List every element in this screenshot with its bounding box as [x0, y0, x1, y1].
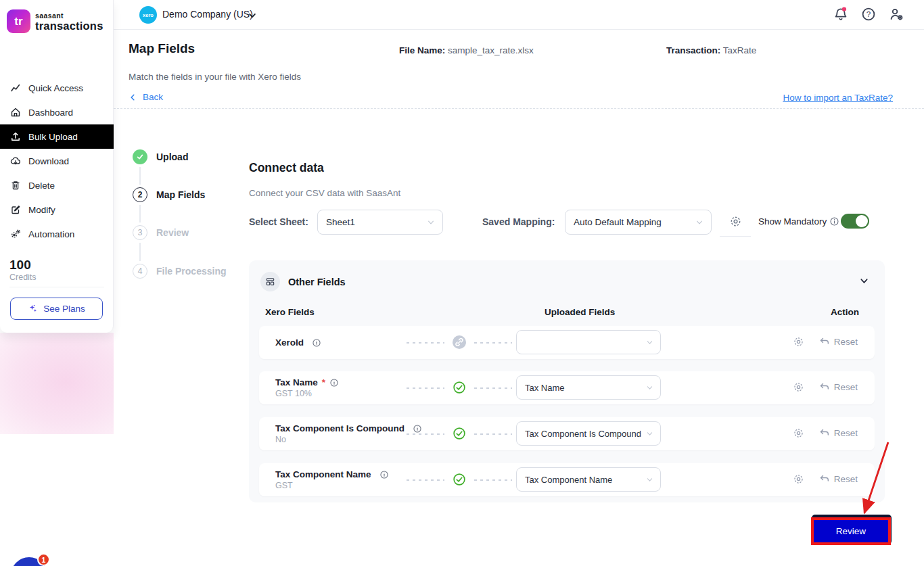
gears-icon: [10, 229, 21, 239]
sidebar-item-label: Dashboard: [28, 108, 73, 118]
info-icon[interactable]: [312, 338, 321, 348]
mapping-settings-gear-icon[interactable]: [729, 215, 742, 228]
xero-logo-icon[interactable]: xero: [139, 6, 157, 24]
connector-dashes: [407, 387, 444, 389]
row-settings-gear-icon[interactable]: [793, 381, 804, 393]
step-label: Review: [156, 227, 189, 238]
sidebar-item-label: Bulk Upload: [28, 132, 78, 142]
notifications-bell-icon[interactable]: [833, 7, 848, 22]
info-icon[interactable]: [413, 424, 422, 433]
see-plans-button[interactable]: See Plans: [10, 298, 103, 320]
step-review[interactable]: 3 Review: [133, 225, 189, 240]
toggle-knob: [856, 215, 868, 227]
saved-mapping-dropdown[interactable]: Auto Default Mapping: [565, 210, 712, 235]
step-number: 3: [133, 225, 147, 240]
step-upload[interactable]: Upload: [133, 149, 188, 164]
connector-dashes: [474, 479, 512, 481]
back-button[interactable]: Back: [129, 92, 163, 102]
brand-name-large: transactions: [35, 20, 103, 32]
sample-value: No: [275, 435, 422, 444]
sparkle-icon: [28, 304, 38, 314]
upload-icon: [10, 131, 21, 142]
saved-mapping-label: Saved Mapping:: [482, 216, 555, 227]
uploaded-field-dropdown[interactable]: [516, 330, 661, 354]
sidebar-item-label: Automation: [28, 229, 74, 239]
step-map-fields[interactable]: 2 Map Fields: [133, 187, 205, 202]
chat-notification-badge: 1: [37, 553, 50, 566]
sidebar-item-quick-access[interactable]: Quick Access: [0, 76, 114, 100]
select-sheet-dropdown[interactable]: Sheet1: [317, 210, 443, 235]
connector-dashes: [407, 342, 444, 344]
step-label: Map Fields: [156, 189, 205, 200]
user-settings-icon[interactable]: [889, 7, 904, 22]
see-plans-label: See Plans: [43, 304, 85, 314]
sidebar-item-automation[interactable]: Automation: [0, 222, 114, 246]
chevron-down-icon: [695, 218, 703, 227]
undo-icon[interactable]: [819, 336, 830, 347]
select-sheet-value: Sheet1: [326, 217, 355, 227]
step-number: 4: [133, 264, 147, 279]
how-to-import-link[interactable]: How to import an TaxRate?: [783, 93, 893, 103]
trash-icon: [10, 180, 21, 191]
step-connector: [139, 167, 141, 185]
unmapped-link-icon: [453, 335, 466, 349]
row-settings-gear-icon[interactable]: [793, 473, 804, 485]
collapse-chevron-icon[interactable]: [859, 276, 869, 286]
uploaded-field-dropdown[interactable]: Tax Name: [516, 375, 661, 400]
step-label: Upload: [156, 151, 188, 162]
undo-icon[interactable]: [819, 473, 830, 484]
sidebar-item-download[interactable]: Download: [0, 149, 114, 173]
reset-button[interactable]: Reset: [834, 474, 858, 484]
app-logo: tr saasant transactions: [0, 0, 113, 33]
file-name-label: File Name:: [399, 45, 445, 55]
sidebar-item-bulk-upload[interactable]: Bulk Upload: [0, 124, 114, 149]
chevron-down-icon: [646, 339, 653, 346]
connector-dashes: [474, 387, 512, 389]
undo-icon[interactable]: [819, 381, 830, 392]
show-mandatory-toggle[interactable]: [841, 214, 869, 229]
connector-dashes: [474, 342, 512, 344]
xero-field-name: XeroId: [275, 337, 304, 348]
sidebar: tr saasant transactions Quick Access Das…: [0, 0, 114, 333]
company-selector[interactable]: Demo Company (US): [162, 9, 253, 20]
xero-field-name: Tax Name: [275, 377, 318, 387]
topbar: xero Demo Company (US) ?: [114, 0, 924, 30]
credits-value: 100: [9, 258, 104, 273]
reset-button[interactable]: Reset: [834, 428, 858, 438]
chevron-down-icon[interactable]: [248, 11, 257, 20]
uploaded-field-value: Tax Name: [525, 383, 565, 393]
info-icon[interactable]: [379, 470, 389, 479]
mapped-check-icon: [453, 381, 466, 394]
sidebar-item-label: Quick Access: [28, 83, 83, 93]
info-icon[interactable]: [329, 378, 339, 387]
sidebar-item-delete[interactable]: Delete: [0, 173, 114, 197]
mapping-row-tax-component-name: Tax Component Name GST Tax Component Nam…: [259, 463, 875, 496]
fields-group-icon: [260, 272, 280, 291]
sidebar-item-modify[interactable]: Modify: [0, 197, 114, 222]
page-header: Map Fields File Name: sample_tax_rate.xl…: [114, 30, 924, 109]
row-settings-gear-icon[interactable]: [793, 427, 804, 439]
row-settings-gear-icon[interactable]: [793, 336, 804, 348]
info-icon[interactable]: [829, 216, 839, 227]
undo-icon[interactable]: [819, 427, 830, 438]
mapping-row-tax-component-is-compound: Tax Component Is Compound No Tax Compone…: [259, 417, 875, 450]
step-done-check-icon: [133, 149, 147, 164]
mapping-row-tax-name: Tax Name * GST 10% Tax Name Reset: [259, 371, 875, 404]
chart-icon: [10, 82, 21, 93]
reset-button[interactable]: Reset: [834, 382, 858, 392]
sidebar-item-label: Delete: [28, 181, 55, 191]
sidebar-item-dashboard[interactable]: Dashboard: [0, 100, 114, 124]
uploaded-field-dropdown[interactable]: Tax Component Is Compound: [516, 421, 661, 446]
review-button-annotation[interactable]: Review: [811, 517, 891, 545]
cloud-download-icon: [10, 156, 21, 166]
divider: [720, 236, 751, 237]
uploaded-field-dropdown[interactable]: Tax Component Name: [516, 467, 661, 492]
connector-dashes: [474, 433, 512, 435]
reset-button[interactable]: Reset: [834, 337, 858, 347]
help-icon[interactable]: ?: [861, 7, 876, 22]
transaction-meta: Transaction: TaxRate: [666, 45, 756, 55]
connect-data-title: Connect data: [249, 161, 324, 175]
panel-title: Other Fields: [288, 277, 346, 287]
step-number: 2: [133, 187, 147, 202]
step-file-processing[interactable]: 4 File Processing: [133, 264, 226, 279]
